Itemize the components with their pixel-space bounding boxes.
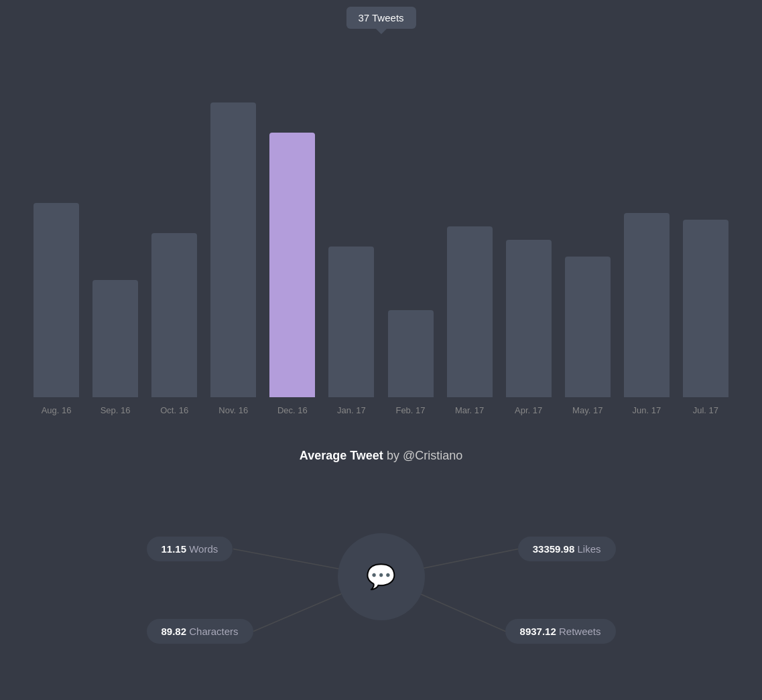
likes-label: Likes	[577, 543, 600, 555]
bar-group[interactable]: Jun. 17	[617, 213, 676, 415]
bar-group[interactable]: Feb. 17	[381, 310, 440, 415]
stat-pill-likes: 33359.98 Likes	[518, 537, 616, 561]
average-title-bold: Average Tweet	[300, 449, 383, 462]
bar-label: Jun. 17	[632, 405, 661, 415]
bar-label: Feb. 17	[395, 405, 425, 415]
bar-label: Mar. 17	[455, 405, 484, 415]
bar-jul--17[interactable]	[683, 220, 728, 397]
bar-label: Dec. 16	[277, 405, 308, 415]
words-label: Words	[189, 543, 218, 555]
bar-group[interactable]: Nov. 16	[204, 102, 263, 415]
bar-group[interactable]: Sep. 16	[86, 280, 145, 415]
bar-group[interactable]: Mar. 17	[440, 226, 499, 415]
bar-label: Nov. 16	[218, 405, 248, 415]
bar-group[interactable]: Dec. 16	[263, 133, 322, 415]
bar-dec--16[interactable]	[269, 133, 315, 397]
bar-aug--16[interactable]	[34, 203, 79, 397]
bar-nov--16[interactable]	[210, 102, 256, 397]
bar-sep--16[interactable]	[92, 280, 138, 397]
bar-label: Sep. 16	[101, 405, 131, 415]
stat-pill-words: 11.15 Words	[147, 537, 233, 561]
stat-pill-characters: 89.82 Characters	[147, 619, 253, 644]
bar-label: May. 17	[572, 405, 602, 415]
bar-group[interactable]: Aug. 16	[27, 203, 86, 415]
retweets-label: Retweets	[559, 626, 601, 637]
characters-label: Characters	[189, 626, 238, 637]
tooltip: 37 Tweets	[346, 7, 416, 29]
bar-group[interactable]: Jul. 17	[676, 220, 735, 415]
bar-label: Apr. 17	[515, 405, 542, 415]
bar-oct--16[interactable]	[151, 233, 197, 397]
bar-feb--17[interactable]	[388, 310, 434, 397]
bar-may--17[interactable]	[565, 257, 611, 397]
likes-value: 33359.98	[533, 543, 575, 555]
bar-group[interactable]: Oct. 16	[145, 233, 204, 415]
chat-icon: 💬	[366, 563, 396, 591]
bar-label: Oct. 16	[160, 405, 188, 415]
average-title-rest: by @Cristiano	[383, 449, 462, 462]
stat-diagram: 💬 11.15 Words 89.82 Characters 33359.98 …	[147, 503, 616, 650]
words-value: 11.15	[162, 543, 187, 555]
average-section: Average Tweet by @Cristiano 💬 11.15 Word…	[0, 415, 762, 677]
bar-chart: Aug. 16Sep. 16Oct. 16Nov. 16Dec. 16Jan. …	[27, 40, 735, 415]
bar-label: Jul. 17	[693, 405, 718, 415]
chart-container: 37 Tweets Aug. 16Sep. 16Oct. 16Nov. 16De…	[0, 0, 762, 415]
bar-group[interactable]: May. 17	[558, 257, 617, 415]
characters-value: 89.82	[162, 626, 187, 637]
bar-jun--17[interactable]	[624, 213, 670, 397]
stat-pill-retweets: 8937.12 Retweets	[505, 619, 616, 644]
tooltip-text: 37 Tweets	[358, 12, 403, 23]
bar-group[interactable]: Apr. 17	[499, 240, 558, 415]
center-oval: 💬	[338, 533, 425, 620]
bar-jan--17[interactable]	[328, 247, 374, 397]
bar-apr--17[interactable]	[506, 240, 552, 397]
bar-label: Aug. 16	[42, 405, 72, 415]
bar-label: Jan. 17	[337, 405, 366, 415]
retweets-value: 8937.12	[520, 626, 556, 637]
bar-mar--17[interactable]	[447, 226, 493, 397]
bar-group[interactable]: Jan. 17	[322, 247, 381, 415]
average-title: Average Tweet by @Cristiano	[27, 449, 735, 463]
